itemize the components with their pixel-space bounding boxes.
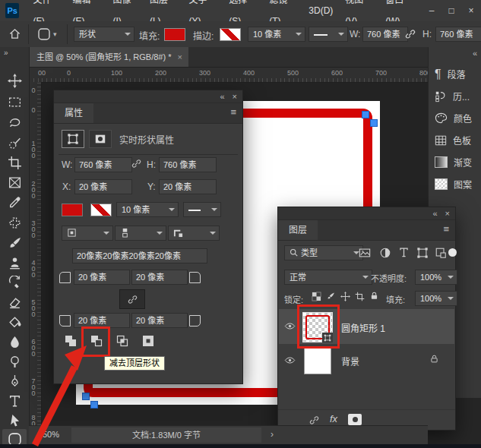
shape-stroke-width-dropdown[interactable]: 10 像素 — [116, 202, 179, 217]
fill-color-swatch[interactable] — [164, 28, 185, 41]
panel-menu-icon[interactable]: ≡ — [443, 223, 449, 235]
filter-type-layers-icon[interactable] — [398, 247, 410, 258]
filter-shape-layers-icon[interactable] — [416, 247, 429, 259]
layer-filter-dropdown[interactable]: 类型 — [284, 245, 363, 260]
stroke-width-dropdown[interactable]: 10 像素 — [248, 27, 305, 42]
dock-item-paragraph[interactable]: ¶ 段落 — [429, 64, 481, 84]
link-corners-button[interactable] — [119, 289, 145, 309]
tab-properties[interactable]: 属性 — [54, 103, 93, 123]
healing-tool[interactable] — [5, 213, 24, 232]
marquee-tool[interactable] — [5, 93, 24, 111]
minimize-button[interactable]: – — [422, 0, 441, 21]
panel-collapse-icon[interactable]: « — [432, 209, 437, 218]
eraser-tool[interactable] — [5, 293, 24, 311]
tool-mode-dropdown[interactable]: 形状 — [74, 27, 134, 42]
dock-item-swatches[interactable]: 色板 — [429, 130, 481, 150]
blur-tool[interactable] — [5, 333, 24, 351]
shape-tool-preset-icon[interactable]: ▾ — [36, 27, 57, 42]
dodge-tool[interactable] — [5, 352, 24, 371]
corner-radius-summary-field[interactable]: 20像素20像素20像素20像素 — [72, 248, 207, 263]
live-shape-icon[interactable] — [62, 130, 84, 148]
corner-topleft-field[interactable]: 20 像素 — [74, 270, 130, 285]
maximize-button[interactable]: □ — [441, 0, 461, 21]
pen-tool[interactable] — [5, 372, 24, 390]
link-dimensions-icon[interactable] — [404, 28, 416, 40]
link-wh-icon[interactable] — [131, 158, 142, 169]
stroke-corners-dropdown[interactable] — [168, 226, 220, 241]
dock-item-history[interactable]: 历... — [429, 86, 481, 106]
shape-anchor-point[interactable] — [362, 111, 369, 118]
filter-toggle-icon[interactable] — [448, 248, 457, 257]
paint-bucket-tool[interactable] — [5, 313, 24, 331]
tab-layers[interactable]: 图层 — [278, 220, 318, 240]
shape-stroke-style-dropdown[interactable] — [183, 202, 221, 217]
clone-stamp-tool[interactable] — [5, 254, 24, 272]
layer-row-background[interactable]: 背景 — [279, 344, 454, 377]
blend-mode-dropdown[interactable]: 正常 — [284, 270, 372, 285]
type-tool[interactable] — [5, 392, 24, 410]
path-selection-tool[interactable] — [5, 412, 24, 430]
shape-h-field[interactable]: 760 像素 — [159, 157, 217, 172]
lock-transparency-icon[interactable] — [312, 292, 321, 301]
shape-fill-swatch[interactable] — [62, 203, 83, 216]
corner-bottomleft-field[interactable]: 20 像素 — [74, 313, 130, 328]
panel-close-icon[interactable]: × — [233, 92, 237, 101]
shape-anchor-point[interactable] — [82, 393, 90, 400]
panel-menu-icon[interactable]: ≡ — [230, 106, 236, 118]
link-layers-icon[interactable] — [309, 415, 320, 426]
shape-w-field[interactable]: 760 像素 — [74, 157, 132, 172]
filter-smart-objects-icon[interactable] — [435, 247, 447, 259]
filter-pixel-layers-icon[interactable] — [359, 247, 371, 259]
brush-tool[interactable] — [5, 234, 24, 252]
lock-artboard-icon[interactable] — [355, 292, 365, 301]
shape-height-field[interactable]: 760 像素 — [435, 27, 481, 42]
lock-position-icon[interactable] — [340, 292, 350, 301]
layer-fill-dropdown[interactable]: 100% — [415, 291, 457, 306]
frame-tool[interactable] — [5, 173, 24, 191]
visibility-eye-icon[interactable] — [284, 355, 296, 366]
mask-properties-icon[interactable] — [89, 130, 112, 148]
status-chevron-icon[interactable]: › — [271, 429, 274, 440]
stroke-caps-dropdown[interactable] — [115, 226, 166, 241]
toolbar-collapse-icon[interactable]: » — [4, 49, 8, 57]
dock-item-color[interactable]: 颜色 — [429, 108, 481, 128]
corner-bottomright-field[interactable]: 20 像素 — [131, 313, 188, 328]
history-brush-tool[interactable] — [5, 273, 24, 292]
intersect-shapes-button[interactable] — [112, 331, 133, 351]
lock-all-icon[interactable] — [369, 291, 379, 301]
shape-width-field[interactable]: 760 像素 — [362, 27, 408, 42]
document-tab[interactable]: 主图 @ 50% (圆角矩形 1, RGB/8#) * × — [29, 47, 188, 67]
opacity-dropdown[interactable]: 100% — [415, 270, 457, 285]
lasso-tool[interactable] — [5, 113, 24, 131]
dock-item-gradient[interactable]: 渐变 — [429, 152, 481, 172]
quick-selection-tool[interactable] — [5, 134, 24, 152]
dock-item-pattern[interactable]: 图案 — [429, 174, 481, 194]
stroke-align-dropdown[interactable] — [62, 226, 113, 241]
combine-shapes-button[interactable] — [60, 331, 81, 351]
layer-style-fx-icon[interactable]: fx — [330, 413, 337, 424]
visibility-eye-icon[interactable] — [284, 320, 296, 332]
layer-thumbnail[interactable] — [304, 347, 331, 374]
stroke-color-swatch[interactable] — [220, 28, 241, 41]
filter-adjustment-layers-icon[interactable] — [379, 247, 391, 259]
shape-stroke-swatch[interactable] — [90, 203, 112, 216]
exclude-shapes-button[interactable] — [138, 331, 159, 351]
move-tool[interactable] — [5, 71, 24, 90]
panel-collapse-icon[interactable]: « — [220, 92, 224, 101]
home-icon[interactable] — [8, 27, 21, 40]
eyedropper-tool[interactable] — [5, 193, 24, 211]
shape-anchor-point[interactable] — [370, 119, 378, 127]
stroke-style-dropdown[interactable] — [309, 27, 348, 42]
crop-tool[interactable] — [5, 153, 24, 172]
shape-anchor-point[interactable] — [90, 401, 98, 409]
shape-x-field[interactable]: 20 像素 — [74, 179, 132, 194]
dock-collapse-icon[interactable]: « — [473, 49, 477, 58]
corner-topright-field[interactable]: 20 像素 — [131, 270, 188, 285]
menu-item-3d[interactable]: 3D(D) — [302, 0, 339, 21]
zoom-level[interactable]: 50% — [43, 430, 59, 439]
panel-close-icon[interactable]: × — [445, 209, 450, 218]
add-mask-icon[interactable] — [348, 414, 362, 425]
shape-y-field[interactable]: 20 像素 — [159, 179, 217, 194]
close-button[interactable]: × — [461, 0, 481, 21]
lock-pixels-icon[interactable] — [326, 292, 336, 301]
